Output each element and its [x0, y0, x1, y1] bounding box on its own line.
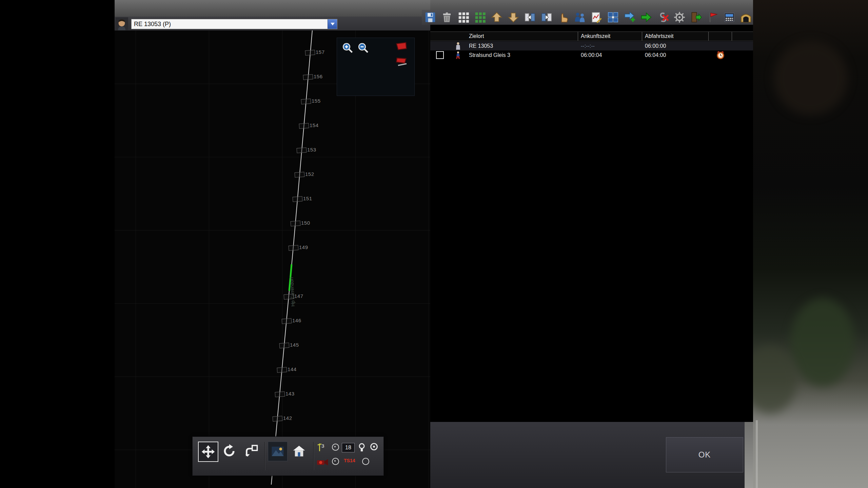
chevron-down-icon: [331, 23, 335, 25]
map-nav-toolbar: 3 18 TS14: [192, 436, 384, 476]
world-view: [753, 0, 868, 488]
depot-button[interactable]: [739, 11, 753, 24]
ok-button[interactable]: OK: [666, 437, 743, 472]
waypoint-marker: [297, 147, 307, 153]
terrain-camera-icon: [271, 444, 285, 459]
column-header-abfahrtszeit[interactable]: Abfahrtszeit: [642, 32, 709, 41]
select-hand-button[interactable]: [556, 11, 570, 24]
zoom-level-input[interactable]: 18: [342, 443, 355, 452]
column-header-ankunftszeit[interactable]: Ankunftszeit: [578, 32, 642, 41]
waypoint-marker: [305, 50, 315, 56]
waypoint-label: 152: [305, 171, 314, 177]
waypoint-marker: [277, 367, 287, 373]
radio-cab-mode[interactable]: [332, 458, 339, 465]
move-down-button[interactable]: [507, 11, 520, 24]
grid-light-button[interactable]: [457, 11, 470, 24]
waypoint-marker: [291, 221, 301, 226]
world-backdrop-top-right: [430, 0, 753, 10]
cell-ankunftszeit: --:--:--: [578, 41, 642, 50]
home-view-button[interactable]: [290, 442, 309, 461]
platform-edge: [756, 420, 758, 488]
lamp-icon[interactable]: [358, 442, 366, 453]
delete-button[interactable]: [440, 11, 454, 24]
signal-red-edit-icon[interactable]: [395, 57, 408, 67]
waypoint-marker: [303, 74, 313, 80]
cell-abfahrtszeit: 06:04:00: [642, 50, 709, 60]
waypoint-marker: [295, 172, 305, 178]
train-selector-dropdown-button[interactable]: [328, 19, 337, 29]
column-header-zielort[interactable]: Zielort: [430, 32, 578, 41]
route-map[interactable]: Hp Zarrendorf 157 156 155 154 153 152 15…: [115, 30, 431, 488]
red-camera-icon[interactable]: [316, 456, 330, 467]
alarm-clock-icon[interactable]: [716, 51, 725, 60]
train-selector[interactable]: RE 13053 (P): [131, 19, 337, 29]
passengers-button[interactable]: [573, 11, 587, 24]
block-grid-button[interactable]: [606, 11, 620, 24]
slider-value: 3: [321, 443, 324, 449]
shadow-blob: [773, 41, 848, 115]
cell-zielort: RE 13053: [467, 41, 578, 50]
home-icon: [292, 444, 306, 458]
driver-avatar: [115, 17, 128, 30]
rotate-view-button[interactable]: [220, 442, 239, 461]
shift-right-button[interactable]: [540, 11, 553, 24]
waypoint-label: 147: [294, 293, 303, 299]
waypoint-marker: [299, 123, 309, 129]
radio-track-mode[interactable]: [332, 444, 339, 451]
world-gap-strip: [745, 422, 753, 488]
waypoint-marker: [275, 391, 285, 397]
keypad-button[interactable]: [723, 11, 736, 24]
save-button[interactable]: [423, 11, 437, 24]
waypoint-label: 143: [285, 391, 295, 396]
jump-to-object-button[interactable]: [242, 442, 261, 461]
waypoint-label: 149: [299, 244, 308, 250]
waypoint-marker: [289, 245, 299, 251]
zoom-out-icon[interactable]: [357, 41, 370, 54]
camera-view-button[interactable]: [268, 442, 288, 461]
waypoint-marker: [279, 343, 290, 348]
stop-checkbox[interactable]: [436, 51, 444, 59]
screen: RE 13053 (P) Hp Zarrendorf 157 156 155 1…: [0, 0, 868, 488]
world-backdrop-top-left: [115, 0, 430, 17]
waypoint-label: 150: [301, 220, 310, 226]
shift-left-button[interactable]: [523, 11, 537, 24]
pan-mode-button[interactable]: [198, 442, 218, 462]
waypoint-label: 146: [292, 318, 301, 323]
train-person-icon: [455, 42, 461, 50]
walking-person-icon: [455, 51, 461, 59]
radio-free-mode[interactable]: [362, 458, 369, 465]
timetable-row-train[interactable]: RE 13053 --:--:-- 06:00:00: [430, 41, 753, 50]
waypoint-label: 144: [288, 366, 297, 372]
zoom-in-icon[interactable]: [341, 41, 354, 54]
toolbar-divider: [264, 442, 265, 470]
waypoint-label: 155: [312, 98, 321, 104]
flag-button[interactable]: [706, 11, 719, 24]
waypoint-label: 142: [283, 415, 292, 421]
remove-stop-button[interactable]: [656, 11, 670, 24]
timetable-row-stop[interactable]: Stralsund Gleis 3 06:00:04 06:04:00: [430, 50, 753, 60]
ok-button-label: OK: [698, 450, 711, 460]
report-button[interactable]: [590, 11, 603, 24]
train-selector-value: RE 13053 (P): [132, 21, 328, 28]
waypoint-marker: [284, 294, 294, 300]
grid-green-button[interactable]: [473, 11, 487, 24]
move-up-button[interactable]: [490, 11, 504, 24]
slider-pole-icon[interactable]: 3: [317, 442, 328, 452]
waypoint-label: 157: [316, 49, 325, 55]
jump-arrow-icon: [244, 444, 259, 459]
settings-button[interactable]: [673, 11, 686, 24]
cell-zielort: Stralsund Gleis 3: [467, 50, 578, 60]
tree-blob: [790, 298, 855, 386]
target-circle-icon[interactable]: [370, 442, 378, 451]
add-stop-button[interactable]: [623, 11, 636, 24]
timetable-header: Zielort Ankunftszeit Abfahrtszeit: [430, 32, 753, 41]
column-header-extra: [709, 32, 732, 41]
waypoint-marker: [282, 318, 292, 324]
insert-stop-button[interactable]: [639, 11, 653, 24]
toolbar-divider: [313, 442, 314, 470]
waypoint-marker: [301, 99, 311, 104]
exit-button[interactable]: [689, 11, 703, 24]
map-controls-panel: [337, 38, 415, 96]
signal-red-icon[interactable]: [395, 41, 408, 52]
waypoint-label: 145: [290, 342, 299, 348]
